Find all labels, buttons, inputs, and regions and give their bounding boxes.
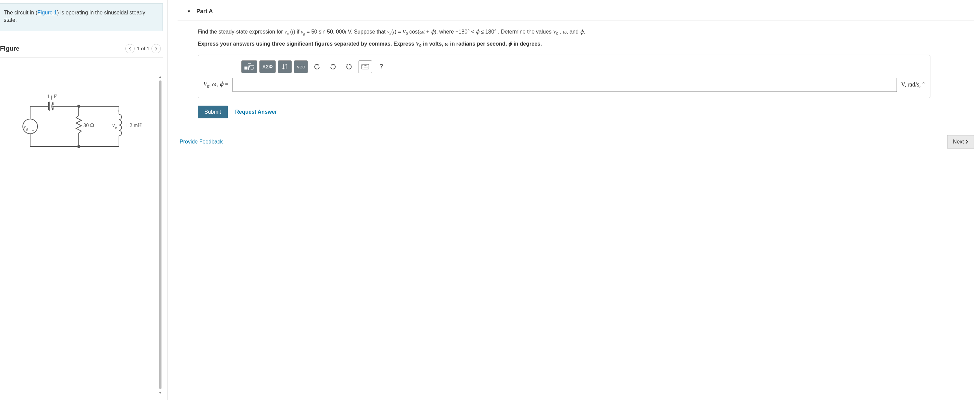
subsup-icon — [282, 64, 288, 70]
answer-box: ΑΣΦ vec ? — [198, 55, 931, 98]
scroll-track[interactable] — [159, 80, 161, 389]
svg-rect-26 — [364, 67, 366, 67]
chevron-right-icon — [155, 46, 158, 51]
redo-button[interactable] — [326, 61, 340, 73]
svg-text:v: v — [112, 122, 115, 128]
equation-toolbar: ΑΣΦ vec ? — [204, 61, 925, 73]
scroll-thumb[interactable] — [159, 80, 161, 389]
submit-button[interactable]: Submit — [198, 106, 228, 118]
figure-heading: Figure — [0, 45, 19, 52]
figure-link[interactable]: Figure 1 — [37, 10, 57, 16]
chevron-right-icon — [965, 139, 968, 144]
svg-point-24 — [363, 67, 363, 67]
answer-input[interactable] — [232, 78, 897, 92]
figure-pager: 1 of 1 — [125, 44, 161, 53]
help-button[interactable]: ? — [374, 61, 388, 73]
svg-point-21 — [364, 65, 364, 66]
request-answer-link[interactable]: Request Answer — [235, 109, 277, 115]
vec-button[interactable]: vec — [294, 61, 308, 73]
reset-icon — [346, 64, 352, 70]
svg-text:1 μF: 1 μF — [47, 94, 57, 100]
provide-feedback-link[interactable]: Provide Feedback — [180, 139, 223, 145]
svg-text:g: g — [26, 127, 28, 131]
svg-text:−: − — [117, 139, 120, 143]
svg-point-20 — [363, 65, 363, 66]
redo-icon — [330, 64, 336, 70]
keyboard-icon — [361, 64, 369, 69]
problem-statement: Find the steady-state expression for vo … — [178, 28, 974, 37]
svg-text:v: v — [24, 123, 26, 130]
svg-text:+: + — [117, 108, 119, 113]
undo-icon — [313, 64, 320, 70]
svg-text:30 Ω: 30 Ω — [83, 123, 94, 128]
svg-rect-18 — [251, 67, 253, 69]
reset-button[interactable] — [342, 61, 356, 73]
next-label: Next — [953, 139, 964, 145]
scroll-down-icon[interactable]: ▼ — [158, 390, 162, 395]
svg-text:+: + — [32, 120, 34, 124]
keyboard-button[interactable] — [358, 61, 372, 73]
chevron-left-icon — [129, 46, 131, 51]
prev-figure-button[interactable] — [125, 44, 135, 53]
templates-button[interactable] — [241, 61, 257, 73]
part-title: Part A — [196, 8, 213, 15]
scroll-up-icon[interactable]: ▲ — [158, 74, 162, 79]
answer-lhs: V0, ω, ϕ = — [204, 80, 229, 89]
greek-button[interactable]: ΑΣΦ — [259, 61, 276, 73]
circuit-figure: v g + − 1 μF 30 Ω 1.2 mH v o + − — [0, 73, 158, 397]
svg-point-25 — [367, 67, 368, 67]
svg-rect-16 — [245, 67, 247, 69]
svg-point-22 — [365, 65, 366, 66]
templates-icon — [244, 63, 254, 70]
answer-units: V, rad/s, ° — [901, 81, 925, 88]
pager-text: 1 of 1 — [137, 46, 150, 51]
next-figure-button[interactable] — [151, 44, 161, 53]
svg-text:1.2 mH: 1.2 mH — [126, 123, 142, 128]
collapse-caret-icon[interactable]: ▼ — [187, 9, 191, 14]
svg-text:−: − — [32, 128, 34, 133]
svg-point-23 — [366, 65, 367, 66]
intro-prefix: The circuit in ( — [4, 10, 37, 16]
problem-intro: The circuit in (Figure 1) is operating i… — [0, 3, 163, 31]
next-button[interactable]: Next — [947, 135, 974, 148]
answer-instructions: Express your answers using three signifi… — [178, 40, 974, 49]
figure-scrollbar[interactable]: ▲ ▼ — [158, 73, 163, 397]
undo-button[interactable] — [310, 61, 324, 73]
subsup-button[interactable] — [278, 61, 292, 73]
svg-text:o: o — [115, 125, 117, 129]
